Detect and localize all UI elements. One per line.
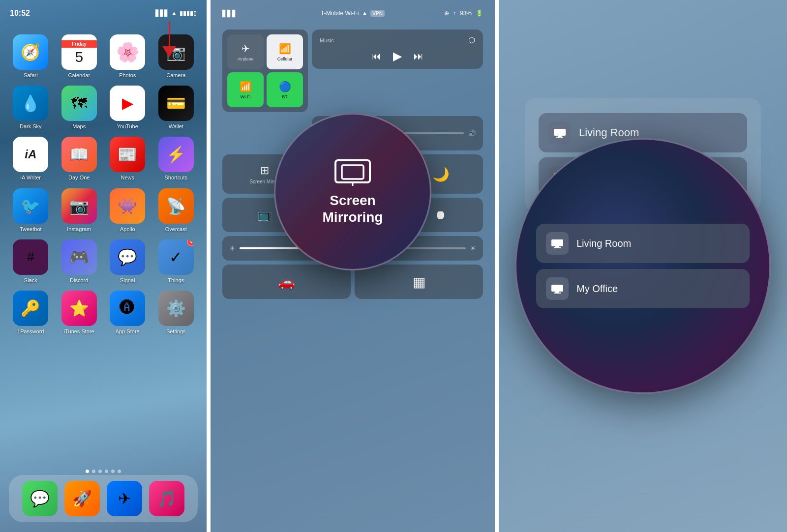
instagram-icon-img: 📷	[61, 188, 97, 224]
app-photos[interactable]: 🌸 Photos	[106, 34, 150, 79]
qr-icon: ▦	[413, 274, 425, 290]
appletv-icon-inner-living	[546, 232, 569, 255]
app-shortcuts[interactable]: ⚡ Shortcuts	[154, 137, 198, 181]
iawriter-label: iA Writer	[21, 175, 41, 181]
svg-rect-11	[555, 246, 559, 247]
cellular-btn[interactable]: 📶 Cellular	[267, 34, 303, 69]
app-dayone[interactable]: 📖 Day One	[58, 137, 101, 181]
wifi-icon: ▲	[171, 10, 177, 17]
app-discord[interactable]: 🎮 Discord	[58, 239, 101, 284]
app-apollo[interactable]: 👾 Apollo	[106, 188, 150, 233]
battery-icon: ▮▮▮▮▯	[180, 10, 197, 17]
app-safari[interactable]: 🧭 Safari	[9, 34, 53, 79]
qr-tile[interactable]: ▦	[355, 265, 483, 299]
airplay-circle-overlay[interactable]: Living Room My Office	[515, 138, 771, 394]
app-youtube[interactable]: ▶ YouTube	[106, 86, 150, 130]
app-news[interactable]: 📰 News	[106, 137, 150, 181]
remote-icon: 📺	[257, 208, 272, 222]
play-btn[interactable]: ▶	[393, 49, 402, 63]
dot-3	[98, 470, 102, 473]
screen-mirror-icon: ⊞	[260, 164, 269, 177]
tweetbot-label: Tweetbot	[20, 226, 42, 233]
page-dots	[0, 470, 207, 473]
dock-copilot[interactable]: 🚀	[64, 481, 100, 516]
dock-maps[interactable]: ✈	[107, 481, 142, 516]
things-badge: 4	[187, 239, 194, 246]
app-instagram[interactable]: 📷 Instagram	[58, 188, 101, 233]
prev-btn[interactable]: ⏮	[371, 51, 381, 62]
wifi-btn[interactable]: 📶 Wi-Fi	[227, 72, 264, 107]
app-itunesstore[interactable]: ⭐ iTunes Store	[58, 291, 101, 335]
app-settings[interactable]: ⚙️ Settings	[154, 291, 198, 335]
settings-label: Settings	[166, 328, 186, 335]
cc-signal: ▋▋▋	[222, 10, 237, 17]
app-signal[interactable]: 💬 Signal	[106, 239, 150, 284]
app-tweetbot[interactable]: 🐦 Tweetbot	[9, 188, 53, 233]
wifi-toggle-icon: 📶	[240, 81, 252, 92]
things-icon-img: ✓ 4	[158, 239, 194, 275]
carplay-tile[interactable]: 🚗	[222, 265, 351, 299]
appletv-svg-inner-office	[550, 284, 564, 294]
onepassword-icon-img: 🔑	[13, 291, 48, 326]
camera-label: Camera	[166, 72, 185, 79]
home-dock: 💬 🚀 ✈ 🎵	[9, 475, 198, 522]
cc-wifi-icon: ▲	[362, 10, 367, 17]
app-onepassword[interactable]: 🔑 1Password	[9, 291, 53, 335]
itunesstore-icon-img: ⭐	[61, 291, 97, 326]
airplane-mode-btn[interactable]: ✈ Airplane	[227, 34, 264, 69]
iawriter-icon-img: iA	[13, 137, 48, 172]
signal-icon-img: 💬	[110, 239, 145, 275]
calendar-label: Calendar	[68, 72, 90, 79]
dot-6	[118, 470, 121, 473]
news-icon-img: 📰	[110, 137, 145, 172]
app-iawriter[interactable]: iA iA Writer	[9, 137, 53, 181]
svg-rect-6	[556, 137, 563, 138]
svg-rect-10	[551, 239, 563, 246]
dot-5	[111, 470, 115, 473]
app-calendar[interactable]: Friday 5 Calendar	[58, 34, 101, 79]
airplay-option-office-inner[interactable]: My Office	[536, 269, 750, 308]
dock-messages[interactable]: 💬	[22, 481, 58, 516]
music-tile[interactable]: Music ⬡ ⏮ ▶ ⏭	[312, 30, 483, 69]
bluetooth-btn[interactable]: 🔵 BT	[267, 72, 303, 107]
cc-status-bar: ▋▋▋ T-Mobile Wi-Fi ▲ VPN ⊕ ↑ 93% 🔋	[211, 0, 495, 22]
svg-rect-12	[554, 247, 561, 248]
app-overcast[interactable]: 📡 Overcast	[154, 188, 198, 233]
app-wallet[interactable]: 💳 Wallet	[154, 86, 198, 130]
home-time: 10:52	[10, 9, 30, 18]
signal-icon: ▋▋▋	[155, 10, 169, 17]
living-room-label: Living Room	[579, 126, 639, 139]
slack-label: Slack	[24, 277, 37, 284]
airplay-option-living-inner[interactable]: Living Room	[536, 224, 750, 263]
next-btn[interactable]: ⏭	[414, 51, 424, 62]
my-office-inner-label: My Office	[576, 283, 618, 295]
shortcuts-icon-img: ⚡	[158, 137, 194, 172]
appstore-icon-img: 🅐	[110, 291, 145, 326]
app-things[interactable]: ✓ 4 Things	[154, 239, 198, 284]
carplay-icon: 🚗	[278, 274, 295, 290]
bluetooth-icon: 🔵	[279, 81, 291, 92]
music-controls: ⏮ ▶ ⏭	[320, 49, 475, 63]
svg-rect-1	[342, 165, 363, 179]
cellular-icon: 📶	[279, 43, 291, 55]
connectivity-tile[interactable]: ✈ Airplane 📶 Cellular 📶 Wi-Fi 🔵 BT	[222, 30, 308, 112]
app-grid: 🧭 Safari Friday 5 Calendar 🌸 Photos 📷 Ca…	[9, 34, 198, 335]
copilot-icon-img: 🚀	[64, 481, 100, 516]
airplay-icon[interactable]: ⬡	[468, 35, 475, 45]
vol-up-icon: 🔊	[468, 129, 476, 137]
itunesstore-label: iTunes Store	[64, 328, 94, 335]
dock-music[interactable]: 🎵	[149, 481, 184, 516]
screen-mirroring-overlay[interactable]: ScreenMirroring	[274, 113, 431, 270]
app-appstore[interactable]: 🅐 App Store	[106, 291, 150, 335]
cc-battery-pct: 93%	[460, 10, 472, 17]
dot-2	[92, 470, 95, 473]
photos-label: Photos	[119, 72, 136, 79]
appletv-svg-living	[553, 128, 567, 138]
app-darksky[interactable]: 💧 Dark Sky	[9, 86, 53, 130]
music-app-label: Music	[320, 37, 334, 43]
app-slack[interactable]: # Slack	[9, 239, 53, 284]
app-maps[interactable]: 🗺 Maps	[58, 86, 101, 130]
dayone-icon-img: 📖	[61, 137, 97, 172]
svg-rect-14	[555, 292, 559, 293]
music-top-row: Music ⬡	[320, 35, 475, 45]
